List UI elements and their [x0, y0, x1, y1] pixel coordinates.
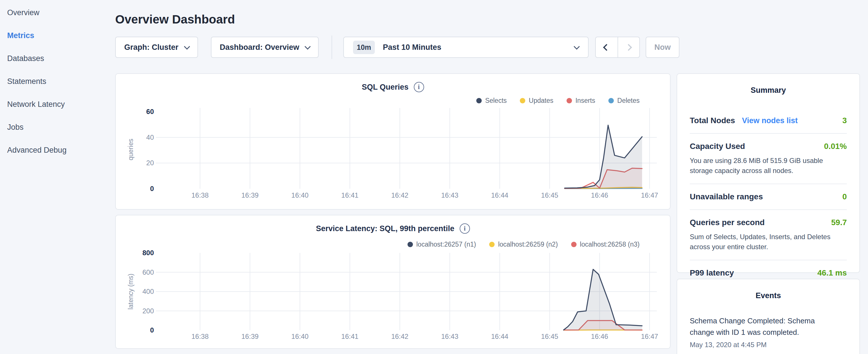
chevron-down-icon — [184, 43, 190, 50]
x-axis-tick-label: 16:47 — [641, 332, 658, 341]
x-axis-tick-label: 16:46 — [591, 332, 608, 341]
y-axis-tick-label: 400 — [116, 288, 154, 296]
x-axis-tick-label: 16:43 — [441, 332, 458, 341]
summary-row: Unavailable ranges0 — [690, 184, 847, 210]
legend-label: Inserts — [576, 97, 595, 104]
legend-dot-icon — [489, 242, 495, 247]
events-title: Events — [690, 291, 847, 300]
y-axis-tick-label: 0 — [116, 326, 154, 334]
sidebar-nav: OverviewMetricsDatabasesStatementsNetwor… — [0, 0, 115, 354]
sidebar-item-overview[interactable]: Overview — [7, 8, 115, 17]
summary-panel: Summary Total NodesView nodes list3Capac… — [677, 73, 860, 273]
legend-item: Deletes — [608, 97, 640, 104]
summary-row-label: P99 latency — [690, 268, 734, 278]
legend-item: Updates — [520, 97, 553, 104]
x-axis-tick-label: 16:39 — [241, 332, 258, 341]
sidebar-item-metrics[interactable]: Metrics — [7, 31, 115, 40]
legend-dot-icon — [571, 242, 577, 247]
summary-row-value: 46.1 ms — [817, 268, 847, 278]
sidebar-item-network-latency[interactable]: Network Latency — [7, 100, 115, 109]
summary-row-value: 3 — [842, 116, 847, 125]
x-axis-tick-label: 16:40 — [291, 191, 309, 199]
events-list: Schema Change Completed: Schema change w… — [690, 315, 847, 349]
legend-dot-icon — [608, 98, 614, 103]
controls-divider — [332, 35, 332, 59]
y-axis-tick-label: 200 — [116, 307, 154, 315]
y-axis-tick-label: 800 — [116, 249, 154, 257]
dashboard-selector-dropdown[interactable]: Dashboard: Overview — [211, 37, 319, 58]
x-axis-tick-label: 16:42 — [391, 332, 408, 341]
summary-row-label: Queries per second — [690, 218, 765, 227]
summary-row-label: Total Nodes — [690, 116, 735, 125]
chart-legend: localhost:26257 (n1)localhost:26259 (n2)… — [407, 240, 640, 248]
chevron-right-icon — [625, 44, 632, 51]
y-axis-label: latency (ms) — [127, 273, 135, 309]
summary-row-description: Sum of Selects, Updates, Inserts, and De… — [690, 232, 847, 252]
service-latency-chart-plot[interactable] — [116, 215, 671, 349]
y-axis-tick-label: 60 — [116, 108, 154, 116]
chevron-left-icon — [603, 44, 610, 51]
legend-label: Deletes — [617, 97, 640, 104]
sidebar-item-databases[interactable]: Databases — [7, 54, 115, 63]
time-range-picker[interactable]: 10m Past 10 Minutes — [343, 37, 589, 58]
legend-label: Selects — [485, 97, 507, 104]
time-range-badge: 10m — [353, 41, 375, 54]
now-button[interactable]: Now — [646, 37, 679, 58]
x-axis-tick-label: 16:42 — [391, 191, 408, 199]
summary-row-label: Capacity Used — [690, 142, 745, 151]
x-axis-tick-label: 16:41 — [341, 191, 359, 199]
graph-selector-dropdown[interactable]: Graph: Cluster — [115, 37, 198, 58]
summary-row: Capacity Used0.01%You are using 28.6 MiB… — [690, 133, 847, 184]
view-nodes-list-link[interactable]: View nodes list — [742, 116, 798, 125]
x-axis-tick-label: 16:41 — [341, 332, 359, 341]
service-latency-chart-panel: Service Latency: SQL, 99th percentile i … — [115, 215, 671, 349]
sql-queries-chart-panel: SQL Queries i 020406016:3816:3916:4016:4… — [115, 73, 671, 210]
summary-rows: Total NodesView nodes list3Capacity Used… — [690, 108, 847, 286]
summary-row-description: You are using 28.6 MiB of 515.9 GiB usab… — [690, 156, 847, 175]
summary-row-value: 0.01% — [824, 142, 847, 151]
event-timestamp: May 13, 2020 at 4:45 PM — [690, 341, 847, 349]
x-axis-tick-label: 16:40 — [291, 332, 309, 341]
sql-queries-chart-plot[interactable] — [116, 74, 671, 210]
x-axis-tick-label: 16:45 — [541, 191, 558, 199]
chevron-down-icon — [305, 43, 311, 50]
y-axis-tick-label: 0 — [116, 185, 154, 193]
dashboard-selector-label: Dashboard: Overview — [220, 43, 300, 52]
time-step-forward-button[interactable] — [618, 37, 639, 57]
legend-label: localhost:26257 (n1) — [416, 240, 476, 248]
legend-label: localhost:26258 (n3) — [580, 240, 640, 248]
summary-row-label: Unavailable ranges — [690, 192, 763, 201]
page-title: Overview Dashboard — [115, 12, 235, 26]
legend-item: localhost:26259 (n2) — [489, 240, 558, 248]
sidebar-item-advanced-debug[interactable]: Advanced Debug — [7, 146, 115, 155]
events-panel: Events Schema Change Completed: Schema c… — [677, 279, 860, 354]
time-step-back-button[interactable] — [596, 37, 618, 57]
x-axis-tick-label: 16:38 — [191, 191, 209, 199]
time-range-label: Past 10 Minutes — [383, 43, 441, 52]
x-axis-tick-label: 16:38 — [191, 332, 209, 341]
y-axis-tick-label: 40 — [116, 133, 154, 141]
legend-item: Selects — [476, 97, 507, 104]
x-axis-tick-label: 16:43 — [441, 191, 458, 199]
legend-dot-icon — [520, 98, 525, 103]
legend-label: localhost:26259 (n2) — [498, 240, 558, 248]
summary-row: Total NodesView nodes list3 — [690, 108, 847, 133]
y-axis-tick-label: 20 — [116, 159, 154, 167]
legend-dot-icon — [476, 98, 482, 103]
graph-selector-label: Graph: Cluster — [124, 43, 178, 52]
sidebar-item-statements[interactable]: Statements — [7, 77, 115, 86]
event-item[interactable]: Schema Change Completed: Schema change w… — [690, 315, 847, 349]
x-axis-tick-label: 16:44 — [491, 332, 508, 341]
x-axis-tick-label: 16:47 — [641, 191, 658, 199]
legend-label: Updates — [529, 97, 553, 104]
x-axis-tick-label: 16:39 — [241, 191, 258, 199]
event-text: Schema Change Completed: Schema change w… — [690, 315, 834, 338]
legend-dot-icon — [407, 242, 413, 247]
time-step-buttons — [595, 37, 640, 58]
x-axis-tick-label: 16:45 — [541, 332, 558, 341]
y-axis-label: queries — [127, 139, 135, 160]
y-axis-tick-label: 600 — [116, 268, 154, 277]
sidebar-item-jobs[interactable]: Jobs — [7, 123, 115, 132]
summary-row: Queries per second59.7Sum of Selects, Up… — [690, 210, 847, 260]
summary-row-value: 59.7 — [831, 218, 847, 227]
